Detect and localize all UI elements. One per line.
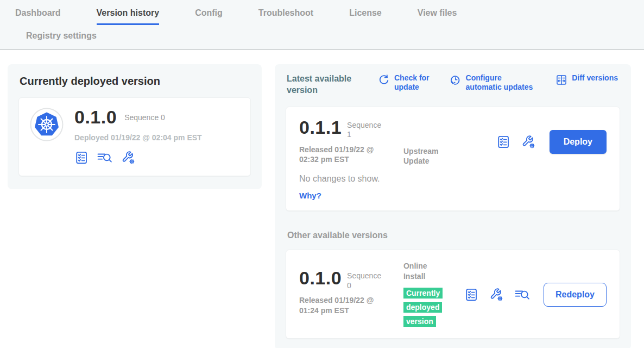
- check-for-update-link[interactable]: Check for update: [378, 73, 433, 92]
- deployed-version-number: 0.1.0: [74, 108, 117, 127]
- currently-deployed-badge: Currently deployed version: [403, 288, 443, 327]
- latest-source-label: Upstream Update: [403, 146, 448, 167]
- latest-version-header: Latest available version Check for updat…: [286, 73, 620, 96]
- tab-dashboard[interactable]: Dashboard: [15, 8, 61, 25]
- latest-actions: Deploy: [496, 130, 607, 154]
- diff-icon: [555, 74, 567, 86]
- configure-automatic-updates-link[interactable]: Configure automatic updates: [450, 73, 540, 92]
- diff-versions-label: Diff versions: [572, 73, 618, 83]
- deployed-icon-row: [74, 151, 202, 165]
- tab-registry-settings[interactable]: Registry settings: [26, 31, 97, 47]
- other-version-line: 0.1.0 Sequence 0: [299, 269, 403, 290]
- latest-version-title: Latest available version: [287, 73, 367, 96]
- no-changes-text: No changes to show.: [299, 174, 607, 184]
- latest-version-info: 0.1.1 Sequence 1 Released 01/19/22 @ 02:…: [299, 118, 403, 164]
- other-source-column: Online Install Currently deployed versio…: [403, 261, 464, 328]
- deployed-version-details: 0.1.0 Sequence 0 Deployed 01/19/22 @ 02:…: [74, 108, 202, 165]
- deployed-version-card: 0.1.0 Sequence 0 Deployed 01/19/22 @ 02:…: [18, 97, 251, 176]
- kubernetes-logo-icon: [30, 108, 64, 141]
- other-sequence: Sequence 0: [347, 269, 385, 290]
- other-version-card: 0.1.0 Sequence 0 Released 01/19/22 @ 01:…: [286, 250, 620, 339]
- latest-released-timestamp: Released 01/19/22 @ 02:32 pm EST: [299, 145, 386, 164]
- redeploy-button[interactable]: Redeploy: [544, 283, 607, 307]
- checklist-icon[interactable]: [496, 135, 510, 149]
- tab-config[interactable]: Config: [195, 8, 223, 25]
- other-version-info: 0.1.0 Sequence 0 Released 01/19/22 @ 01:…: [299, 261, 403, 315]
- deployed-version-line: 0.1.0 Sequence 0: [74, 108, 202, 127]
- nav-row-primary: Dashboard Version history Config Trouble…: [0, 8, 644, 25]
- other-version-row: 0.1.0 Sequence 0 Released 01/19/22 @ 01:…: [299, 261, 607, 328]
- checklist-icon[interactable]: [464, 288, 478, 302]
- currently-deployed-panel: Currently deployed version 0.1.0 Sequenc…: [8, 64, 262, 189]
- check-for-update-label: Check for update: [394, 73, 433, 92]
- currently-deployed-title: Currently deployed version: [20, 75, 251, 88]
- logs-icon[interactable]: [514, 288, 531, 302]
- deployed-sequence: Sequence 0: [124, 113, 165, 122]
- other-released-timestamp: Released 01/19/22 @ 01:24 pm EST: [299, 295, 386, 315]
- wrench-gear-icon[interactable]: [121, 151, 135, 165]
- latest-header-actions: Check for update Configure automatic upd…: [378, 73, 619, 92]
- wrench-gear-icon[interactable]: [489, 288, 503, 302]
- diff-versions-link[interactable]: Diff versions: [555, 73, 618, 92]
- other-versions-title: Other available versions: [287, 231, 620, 240]
- tab-license[interactable]: License: [349, 8, 382, 25]
- deployed-timestamp: Deployed 01/19/22 @ 02:04 pm EST: [74, 133, 202, 142]
- other-actions: Redeploy: [464, 283, 607, 307]
- latest-version-line: 0.1.1 Sequence 1: [299, 118, 403, 140]
- checklist-icon[interactable]: [74, 151, 89, 165]
- logs-icon[interactable]: [97, 151, 113, 165]
- latest-version-number: 0.1.1: [299, 118, 342, 138]
- tab-view-files[interactable]: View files: [418, 8, 457, 25]
- deploy-button[interactable]: Deploy: [550, 130, 607, 154]
- top-navigation: Dashboard Version history Config Trouble…: [0, 0, 644, 50]
- latest-sequence: Sequence 1: [347, 118, 385, 140]
- latest-source-column: Upstream Update: [403, 146, 464, 167]
- tab-version-history[interactable]: Version history: [97, 8, 160, 25]
- other-version-number: 0.1.0: [299, 269, 342, 288]
- latest-version-row: 0.1.1 Sequence 1 Released 01/19/22 @ 02:…: [299, 118, 607, 167]
- latest-version-card: 0.1.1 Sequence 1 Released 01/19/22 @ 02:…: [286, 107, 620, 212]
- check-update-icon: [378, 74, 390, 86]
- why-link[interactable]: Why?: [299, 191, 321, 200]
- tab-troubleshoot[interactable]: Troubleshoot: [258, 8, 313, 25]
- available-versions-panel: Latest available version Check for updat…: [275, 64, 631, 348]
- main-content: Currently deployed version 0.1.0 Sequenc…: [0, 50, 644, 348]
- other-source-label: Online Install: [403, 261, 448, 282]
- nav-row-secondary: Registry settings: [0, 25, 644, 49]
- wrench-gear-icon[interactable]: [521, 135, 535, 149]
- auto-update-icon: [450, 74, 462, 86]
- configure-automatic-updates-label: Configure automatic updates: [466, 73, 540, 92]
- currently-deployed-badge-wrap: Currently deployed version: [403, 286, 446, 328]
